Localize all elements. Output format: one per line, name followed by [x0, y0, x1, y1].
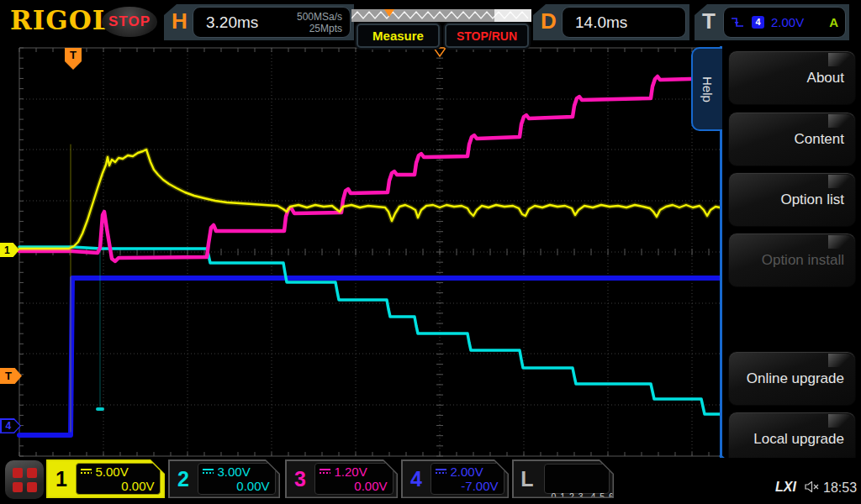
ch4-position-marker-label: 4	[2, 420, 20, 433]
channel-2-number: 2	[170, 461, 198, 497]
delay-settings[interactable]: D 14.0ms	[533, 4, 689, 40]
bottom-status-bar: 1 5.00V 0.00V 2 3.00V 0.00V 3	[0, 458, 861, 504]
channel-1-offset: 0.00V	[77, 479, 160, 493]
trigger-mode: A	[829, 15, 838, 29]
logic-channels-box[interactable]: L 0 1 2 3 4 5 6 7 8 9 1011 12131415	[512, 459, 614, 498]
channel-4-number: 4	[403, 461, 430, 497]
dc-coupling-icon	[81, 469, 92, 474]
menu-dot	[27, 482, 37, 492]
channel-2-box[interactable]: 2 3.00V 0.00V	[168, 459, 280, 498]
memory-depth: 25Mpts	[309, 23, 342, 34]
channel-1-box[interactable]: 1 5.00V 0.00V	[46, 459, 165, 498]
option-list-button[interactable]: Option list	[728, 172, 856, 227]
channel-2-scale: 3.00V	[218, 465, 251, 479]
option-install-button: Option install	[728, 233, 856, 287]
channel-3-number: 3	[287, 461, 314, 497]
channel-2-offset: 0.00V	[198, 479, 275, 493]
timebase-value: 3.20ms	[206, 13, 258, 32]
dc-coupling-icon	[436, 469, 446, 474]
dc-coupling-icon	[320, 469, 330, 474]
delay-value: 14.0ms	[575, 13, 627, 32]
record-preview-strip[interactable]	[351, 9, 531, 22]
preview-trigger-marker	[384, 9, 394, 17]
channel-3-offset: 0.00V	[315, 479, 393, 493]
stop-run-button[interactable]: STOP/RUN	[445, 24, 529, 48]
menu-dot	[13, 468, 23, 478]
logic-row-1: 0 1 2 3 4 5 6 7	[552, 491, 609, 502]
rigol-logo: RIGOL	[10, 5, 112, 35]
channel-1-scale: 5.00V	[96, 465, 129, 479]
top-status-bar: RIGOL STOP H 3.20ms 500MSa/s 25Mpts Meas…	[0, 0, 861, 46]
t-label: T	[702, 8, 716, 34]
logic-label: L	[514, 461, 541, 497]
trigger-source-badge: 4	[752, 16, 764, 29]
d-label: D	[541, 8, 557, 34]
sample-rate: 500MSa/s	[297, 11, 342, 23]
channel-1-number: 1	[48, 461, 76, 497]
help-tab-label: Help	[700, 76, 715, 102]
run-state-badge: STOP	[102, 7, 157, 37]
channel-4-offset: -7.00V	[431, 479, 504, 493]
trigger-settings[interactable]: T 4 2.00V A	[695, 4, 849, 40]
horizontal-settings[interactable]: H 3.20ms 500MSa/s 25Mpts	[164, 4, 354, 40]
channel-4-scale: 2.00V	[451, 465, 483, 479]
trigger-level-value: 2.00V	[771, 15, 804, 29]
dc-coupling-icon	[203, 469, 214, 474]
sound-muted-icon[interactable]	[805, 481, 820, 492]
channel-3-scale: 1.20V	[335, 465, 367, 479]
preview-window-highlight	[494, 9, 531, 22]
lxi-indicator: LXI	[775, 480, 796, 495]
about-button[interactable]: About	[728, 50, 856, 105]
trigger-falling-edge-icon	[731, 16, 745, 29]
main-menu-button[interactable]	[5, 460, 44, 499]
channel-4-box[interactable]: 4 2.00V -7.00V	[401, 459, 509, 498]
content-button[interactable]: Content	[728, 112, 856, 166]
h-label: H	[172, 8, 188, 34]
menu-dot	[27, 468, 37, 478]
help-tab[interactable]: Help	[691, 47, 722, 131]
oscilloscope-screen: 1 T 4 T Help About Content Option list O…	[0, 0, 861, 504]
menu-dot	[13, 482, 23, 492]
measure-button[interactable]: Measure	[357, 24, 440, 48]
clock: 18:53	[823, 480, 857, 496]
channel-3-box[interactable]: 3 1.20V 0.00V	[285, 459, 398, 498]
online-upgrade-button[interactable]: Online upgrade	[728, 351, 856, 406]
